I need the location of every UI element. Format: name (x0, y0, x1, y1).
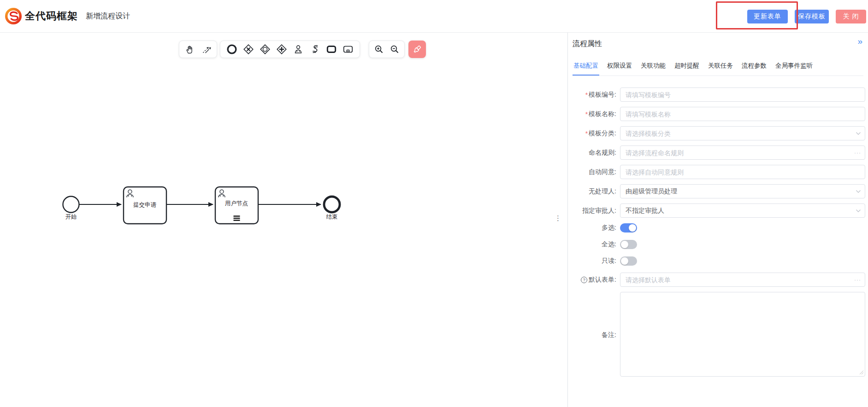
default-form-label: ?默认表单: (568, 276, 616, 284)
zoom-out-icon[interactable] (389, 43, 401, 55)
template-category-select[interactable] (620, 126, 865, 140)
assigned-approver-label: 指定审批人: (568, 207, 616, 215)
user-task-node-user[interactable]: 用户节点 (215, 187, 258, 224)
brand-name: 全代码框架 (25, 9, 78, 23)
close-button[interactable]: 关 闭 (836, 10, 866, 23)
tab-related-tasks[interactable]: 关联任务 (707, 59, 734, 76)
read-only-label: 只读: (568, 257, 616, 265)
tab-timeout-reminder[interactable]: 超时提醒 (673, 59, 700, 76)
update-form-button[interactable]: 更新表单 (747, 10, 788, 23)
remark-textarea[interactable] (620, 292, 865, 377)
parallel-gateway-palette-icon[interactable] (276, 43, 288, 55)
template-name-input[interactable] (620, 107, 865, 121)
collapse-panel-icon[interactable]: » (857, 36, 862, 47)
field-row-remark: 备注: (568, 292, 865, 378)
field-row-select-all: 全选: (568, 239, 865, 250)
template-name-label: *模板名称: (568, 110, 616, 118)
end-event-label: 结束 (326, 214, 338, 220)
user-task-node-submit[interactable]: 提交申请 (124, 187, 166, 224)
no-handler-label: 无处理人: (568, 187, 616, 196)
global-connect-tool-icon[interactable] (201, 43, 213, 55)
toggle-knob (621, 257, 628, 265)
palette-group (220, 41, 360, 58)
save-template-button[interactable]: 保存模板 (795, 10, 829, 23)
page-title: 新增流程设计 (86, 12, 130, 21)
app-logo-icon (5, 7, 22, 25)
panel-tabs: 基础配置 权限设置 关联功能 超时提醒 关联任务 流程参数 全局事件监听 (573, 59, 863, 76)
template-code-label: *模板编号: (568, 91, 616, 99)
start-event-palette-icon[interactable] (226, 43, 238, 55)
default-form-input[interactable] (620, 273, 865, 287)
field-row-default-form: ?默认表单: ··· (568, 273, 865, 287)
inclusive-gateway-palette-icon[interactable] (259, 43, 271, 55)
no-handler-select[interactable] (620, 184, 865, 198)
hand-tool-icon[interactable] (183, 43, 195, 55)
assigned-approver-select[interactable] (620, 204, 865, 218)
select-all-toggle[interactable] (620, 240, 637, 249)
zoom-tools-group (369, 41, 405, 58)
task1-label: 提交申请 (133, 202, 157, 208)
panel-title: 流程属性 (573, 39, 602, 49)
process-designer-page: 全代码框架 新增流程设计 更新表单 保存模板 关 闭 (0, 0, 868, 407)
field-row-read-only: 只读: (568, 256, 865, 266)
tab-basic-config[interactable]: 基础配置 (573, 59, 599, 76)
tab-process-params[interactable]: 流程参数 (741, 59, 768, 76)
task-palette-icon[interactable] (325, 43, 337, 55)
field-row-template-name: *模板名称: (568, 107, 865, 121)
clear-brush-button[interactable] (408, 41, 426, 58)
field-row-multi-select: 多选: (568, 223, 865, 233)
naming-rule-label: 命名规则: (568, 149, 616, 157)
help-icon: ? (581, 277, 587, 283)
end-event-node[interactable] (324, 197, 340, 212)
template-code-input[interactable] (620, 87, 865, 102)
field-row-template-code: *模板编号: (568, 87, 865, 102)
remark-label: 备注: (568, 331, 616, 339)
field-row-naming-rule: 命名规则: ··· (568, 145, 865, 160)
tab-permission-settings[interactable]: 权限设置 (606, 59, 633, 76)
task2-label: 用户节点 (225, 200, 248, 207)
panel-resize-handle[interactable]: ⋮ (555, 217, 559, 220)
exclusive-gateway-palette-icon[interactable] (242, 43, 254, 55)
field-row-assigned-approver: 指定审批人: (568, 204, 865, 218)
toggle-knob (629, 224, 636, 232)
tab-global-event-listener[interactable]: 全局事件监听 (774, 59, 814, 76)
auto-agree-label: 自动同意: (568, 168, 616, 176)
main-area: 开始 提交申请 (0, 33, 868, 407)
zoom-in-icon[interactable] (373, 43, 385, 55)
properties-panel: 流程属性 » 基础配置 权限设置 关联功能 超时提醒 关联任务 流程参数 全局事… (568, 33, 868, 407)
select-all-label: 全选: (568, 240, 616, 249)
field-row-no-handler: 无处理人: (568, 184, 865, 198)
canvas-toolbar (179, 41, 426, 58)
cursor-tools-group (179, 41, 217, 58)
user-task-palette-icon[interactable] (292, 43, 304, 55)
toggle-knob (621, 241, 628, 248)
tab-related-functions[interactable]: 关联功能 (640, 59, 667, 76)
auto-agree-input[interactable] (620, 165, 865, 179)
field-row-auto-agree: 自动同意: (568, 165, 865, 179)
multi-select-toggle[interactable] (620, 223, 637, 233)
naming-rule-input[interactable] (620, 145, 865, 160)
script-task-palette-icon[interactable] (309, 43, 321, 55)
app-header: 全代码框架 新增流程设计 更新表单 保存模板 关 闭 (0, 0, 868, 33)
start-event-label: 开始 (65, 214, 77, 220)
collapsed-subprocess-palette-icon[interactable] (342, 43, 354, 55)
header-actions: 更新表单 保存模板 关 闭 (747, 10, 866, 23)
start-event-node[interactable] (63, 197, 79, 213)
multi-select-label: 多选: (568, 224, 616, 232)
read-only-toggle[interactable] (620, 256, 637, 266)
bpmn-canvas[interactable]: 开始 提交申请 (0, 33, 567, 407)
process-diagram: 开始 提交申请 (0, 33, 567, 407)
template-category-label: *模板分类: (568, 129, 616, 138)
field-row-template-category: *模板分类: (568, 126, 865, 140)
basic-config-form: *模板编号: *模板名称: *模板分类: 命名规则: (568, 87, 865, 384)
